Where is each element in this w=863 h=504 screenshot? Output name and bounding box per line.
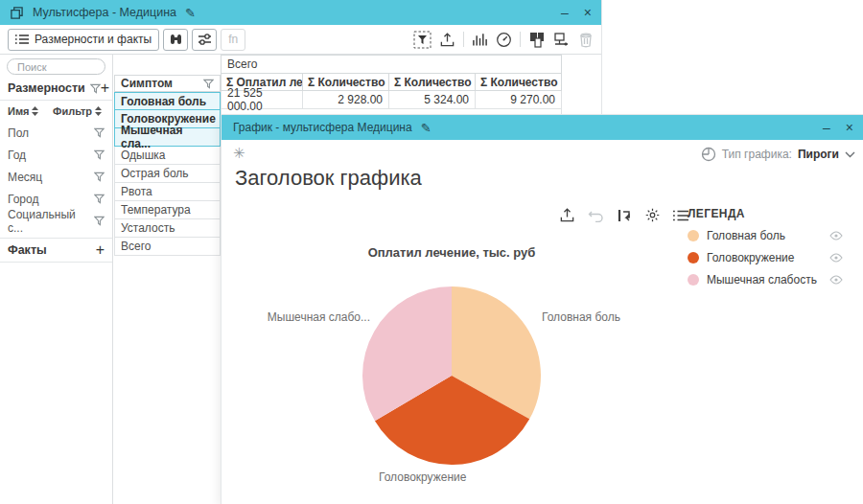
pie-type-icon [701, 147, 716, 162]
value-cell[interactable]: 9 270.00 [476, 91, 562, 109]
fn-button[interactable]: fn [221, 29, 245, 51]
delete-icon[interactable] [578, 32, 594, 48]
symptom-column-header: Симптом [114, 75, 221, 92]
table-row[interactable]: Усталость [114, 219, 221, 238]
dimension-item[interactable]: Социальный с... [0, 210, 112, 232]
sort-order-icon[interactable] [617, 208, 632, 223]
dimensions-facts-button[interactable]: Размерности и факты [8, 29, 159, 51]
search-input[interactable] [7, 58, 105, 75]
new-window-icon[interactable] [553, 32, 571, 48]
table-row[interactable]: Всего [114, 238, 221, 256]
undo-icon[interactable] [588, 209, 604, 222]
fn-label: fn [228, 33, 238, 46]
export-icon[interactable] [439, 32, 455, 48]
symptom-filter-icon[interactable] [203, 79, 214, 89]
pie-slice-label: Мышечная слабо... [222, 310, 370, 324]
list-icon [15, 34, 29, 45]
copy-multisphere-icon[interactable] [528, 32, 546, 48]
table-row[interactable]: Температура [114, 201, 221, 219]
dimension-item[interactable]: Пол [0, 122, 112, 144]
export-chart-icon[interactable] [559, 207, 575, 223]
group-header-cell: Всего [221, 55, 562, 74]
edit-chart-title-icon[interactable]: ✎ [421, 122, 432, 134]
measure-header[interactable]: Σ Количество ... [476, 74, 562, 91]
name-sort-icon[interactable] [32, 106, 38, 116]
minimize-button[interactable]: – [561, 6, 569, 19]
filter-column-label: Фильтр [53, 105, 92, 117]
sidebar: Размерности + Имя Фильтр Пол [0, 55, 113, 504]
legend-item: Головная боль [688, 229, 845, 242]
search-binoculars-button[interactable] [163, 29, 188, 51]
dimension-item[interactable]: Год [0, 144, 112, 166]
main-toolbar-right [413, 31, 594, 49]
close-button[interactable]: × [584, 6, 592, 19]
chart-toolbar [559, 207, 688, 223]
window-stack-icon [10, 6, 24, 19]
chart-type-label: Тип графика: [722, 148, 792, 161]
pie-slice-label: Головная боль [542, 310, 620, 324]
dimensions-header-label: Размерности [8, 81, 85, 95]
measure-header[interactable]: Σ Количество ... [389, 74, 476, 91]
main-toolbar: Размерности и факты fn [0, 25, 601, 55]
facts-header: Факты + [0, 239, 112, 262]
pie-slice-label: Головокружение [379, 470, 466, 484]
gauge-icon[interactable] [496, 32, 512, 48]
gear-icon[interactable] [644, 207, 661, 223]
symptom-column: Симптом Головная боль Головокружение Мыш… [114, 75, 221, 256]
chart-type-value: Пироги [798, 148, 839, 161]
value-row: 21 525 000.00 2 928.00 5 324.00 9 270.00 [221, 91, 562, 109]
chart-type-select[interactable]: Тип графика: Пироги [701, 147, 855, 162]
chart-window-title: График - мультисфера Медицина [233, 121, 412, 134]
legend: ЛЕГЕНДА Головная боль Головокружение Мыш… [688, 207, 845, 286]
value-cell[interactable]: 2 928.00 [303, 91, 389, 109]
filter-icon[interactable] [94, 216, 105, 226]
filter-sort-icon[interactable] [95, 106, 102, 116]
pie-chart-title: Оплатил лечение, тыс. руб [279, 245, 624, 260]
settings-sliders-button[interactable] [192, 29, 217, 51]
sliders-icon [198, 33, 212, 46]
facts-header-label: Факты [8, 243, 47, 257]
dimension-item[interactable]: Месяц [0, 166, 112, 188]
chart-window: График - мультисфера Медицина ✎ – × ✳ Ти… [222, 115, 863, 504]
value-cell[interactable]: 5 324.00 [389, 91, 476, 109]
legend-item: Мышечная слабость [688, 273, 845, 286]
table-row[interactable]: Мышечная сла... [114, 128, 221, 147]
measure-header[interactable]: Σ Количество ... [303, 74, 389, 91]
add-dimension-button[interactable]: + [101, 80, 109, 97]
pie-chart [361, 285, 543, 467]
spinner-icon: ✳ [233, 145, 245, 162]
visibility-eye-icon[interactable] [829, 275, 843, 285]
filter-icon[interactable] [94, 127, 105, 138]
legend-header: ЛЕГЕНДА [688, 207, 845, 220]
chart-heading: Заголовок графика [235, 166, 422, 191]
dimensions-header: Размерности + [0, 77, 112, 100]
binoculars-icon [169, 33, 183, 46]
table-row[interactable]: Головная боль [114, 92, 221, 110]
bar-chart-icon[interactable] [472, 32, 488, 47]
legend-dot [688, 252, 699, 263]
edit-title-icon[interactable]: ✎ [185, 7, 196, 19]
legend-list-icon[interactable] [673, 209, 688, 222]
main-window-title: Мультисфера - Медицина [33, 6, 176, 19]
main-titlebar: Мультисфера - Медицина ✎ – × [0, 0, 601, 25]
chart-close-button[interactable]: × [846, 121, 853, 134]
add-fact-button[interactable]: + [96, 241, 105, 259]
legend-dot [688, 230, 699, 241]
filter-icon[interactable] [94, 172, 105, 182]
filter-icon[interactable] [94, 194, 105, 204]
visibility-eye-icon[interactable] [829, 231, 843, 241]
legend-item: Головокружение [688, 251, 845, 264]
filter-icon[interactable] [94, 149, 105, 160]
dimensions-filter-icon[interactable] [90, 83, 101, 94]
values-area: Всего Σ Оплатил ле... Σ Количество ... Σ… [221, 55, 562, 116]
filter-select-icon[interactable] [413, 31, 432, 49]
chevron-down-icon [845, 151, 855, 158]
value-cell[interactable]: 21 525 000.00 [221, 91, 303, 109]
visibility-eye-icon[interactable] [829, 253, 843, 263]
name-column-label: Имя [8, 105, 29, 117]
chart-titlebar: График - мультисфера Медицина ✎ – × [222, 115, 863, 140]
table-row[interactable]: Рвота [114, 183, 221, 201]
chart-minimize-button[interactable]: – [823, 121, 830, 134]
table-row[interactable]: Острая боль [114, 165, 221, 183]
dimension-list-columns: Имя Фильтр [0, 101, 112, 122]
